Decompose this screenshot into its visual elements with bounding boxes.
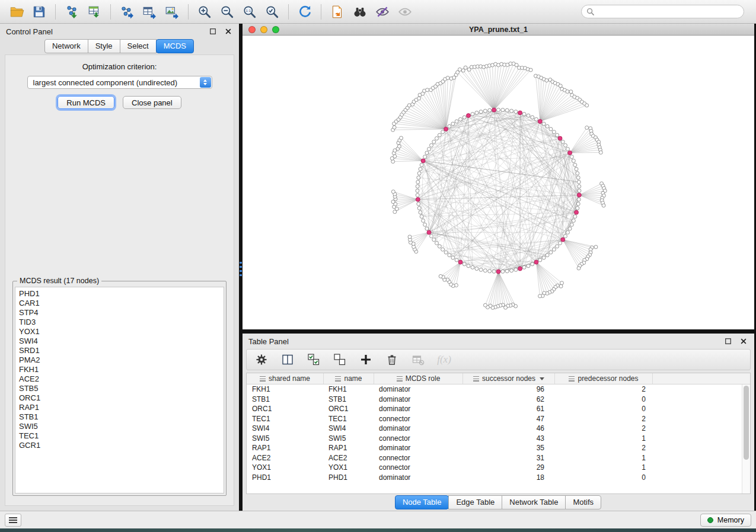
refresh-view-button[interactable]: [294, 2, 315, 21]
mcds-result-item[interactable]: YOX1: [19, 327, 220, 336]
tab-edge-table[interactable]: Edge Table: [448, 495, 502, 509]
scrollbar-thumb[interactable]: [744, 386, 749, 460]
mcds-result-item[interactable]: RAP1: [19, 403, 220, 412]
table-row[interactable]: YOX1YOX1connector291: [247, 463, 742, 473]
columns-icon: [281, 353, 294, 366]
control-panel-title: Control Panel: [6, 27, 53, 36]
delete-column-button[interactable]: [384, 352, 400, 367]
network-canvas[interactable]: [243, 36, 754, 329]
criterion-select[interactable]: largest connected component (undirected): [27, 76, 212, 89]
close-table-panel-button[interactable]: [739, 336, 748, 346]
mcds-result-item[interactable]: SWI5: [19, 422, 220, 431]
table-row[interactable]: RAP1RAP1dominator352: [247, 443, 742, 453]
mcds-result-item[interactable]: TID3: [19, 318, 220, 327]
tab-network-table[interactable]: Network Table: [502, 495, 566, 509]
column-label: shared name: [269, 374, 310, 383]
close-window-button[interactable]: [248, 26, 256, 33]
column-header-predecessor-nodes[interactable]: predecessor nodes: [555, 373, 653, 384]
column-header-name[interactable]: name: [324, 373, 374, 384]
mcds-result-item[interactable]: PHD1: [19, 289, 220, 299]
column-header-shared-name[interactable]: shared name: [247, 373, 324, 384]
toolbar-separator: [55, 4, 56, 20]
run-mcds-button[interactable]: Run MCDS: [58, 96, 114, 109]
cell-name: PHD1: [324, 473, 374, 482]
close-panel-button[interactable]: [224, 27, 233, 36]
export-network-button[interactable]: [116, 2, 138, 21]
memory-button[interactable]: Memory: [700, 514, 751, 527]
table-scrollbar[interactable]: [742, 384, 750, 493]
mcds-result-item[interactable]: TEC1: [19, 431, 220, 441]
float-table-panel-button[interactable]: [723, 336, 733, 346]
close-panel-action-button[interactable]: Close panel: [123, 96, 181, 109]
table-row[interactable]: SWI4SWI4dominator462: [247, 424, 742, 434]
tab-node-table[interactable]: Node Table: [395, 495, 449, 509]
maximize-window-button[interactable]: [272, 26, 279, 33]
tab-motifs[interactable]: Motifs: [565, 495, 601, 509]
zoom-out-button[interactable]: [216, 2, 238, 21]
show-all-button[interactable]: [394, 2, 416, 21]
tab-mcds[interactable]: MCDS: [156, 39, 194, 53]
tab-select[interactable]: Select: [120, 39, 157, 53]
column-sort-icon: [569, 376, 575, 382]
import-table-button[interactable]: [84, 2, 105, 21]
mcds-result-item[interactable]: STP4: [19, 308, 220, 318]
save-session-button[interactable]: [28, 2, 50, 21]
mcds-result-item[interactable]: SRD1: [19, 346, 220, 355]
table-settings-button[interactable]: [254, 352, 269, 367]
minimize-window-button[interactable]: [260, 26, 267, 33]
cell-successor-nodes: 96: [463, 385, 555, 393]
cell-name: FKH1: [324, 385, 374, 393]
table-row[interactable]: STB1STB1dominator620: [247, 395, 742, 405]
mcds-result-item[interactable]: FKH1: [19, 365, 220, 374]
column-label: successor nodes: [482, 374, 535, 383]
table-panel-header: Table Panel: [243, 334, 754, 349]
mcds-result-list[interactable]: PHD1CAR1STP4TID3YOX1SWI4SRD1PMA2FKH1ACE2…: [15, 287, 224, 493]
node-table: shared namenameMCDS rolesuccessor nodesp…: [246, 373, 751, 494]
mcds-result-item[interactable]: SWI4: [19, 336, 220, 346]
import-network-button[interactable]: [61, 2, 82, 21]
delete-table-icon: [412, 353, 425, 366]
mcds-result-item[interactable]: ORC1: [19, 393, 220, 403]
table-row[interactable]: ACE2ACE2connector311: [247, 453, 742, 463]
export-table-button[interactable]: [139, 2, 160, 21]
mcds-result-item[interactable]: CAR1: [19, 299, 220, 308]
status-menu-button[interactable]: [5, 514, 21, 527]
table-row[interactable]: ORC1ORC1dominator610: [247, 404, 742, 414]
binoculars-icon: [352, 5, 368, 19]
tab-style[interactable]: Style: [88, 39, 120, 53]
mcds-result-item[interactable]: ACE2: [19, 374, 220, 384]
show-columns-button[interactable]: [280, 352, 295, 367]
cell-shared-name: SWI5: [247, 434, 324, 443]
table-row[interactable]: FKH1FKH1dominator962: [247, 384, 742, 395]
tab-network[interactable]: Network: [44, 39, 88, 53]
float-panel-button[interactable]: [208, 27, 218, 36]
global-search[interactable]: [581, 5, 744, 18]
search-input[interactable]: [598, 5, 744, 18]
export-image-button[interactable]: [161, 2, 183, 21]
column-header-mcds-role[interactable]: MCDS role: [374, 373, 463, 384]
unselect-all-icon: [333, 353, 346, 366]
mcds-result-item[interactable]: GCR1: [19, 441, 220, 450]
mcds-result-item[interactable]: PMA2: [19, 355, 220, 365]
zoom-actual-size-button[interactable]: 1:1: [239, 2, 260, 21]
zoom-in-button[interactable]: [194, 2, 215, 21]
hide-selected-button[interactable]: [372, 2, 393, 21]
column-menu-arrow-icon[interactable]: [540, 377, 544, 380]
select-all-columns-button[interactable]: [306, 352, 321, 367]
search-network-button[interactable]: [349, 2, 371, 21]
table-row[interactable]: PHD1PHD1dominator180: [247, 473, 742, 483]
mcds-result-item[interactable]: STB5: [19, 384, 220, 393]
open-file-button[interactable]: [6, 2, 27, 21]
table-row[interactable]: SWI5SWI5connector431: [247, 434, 742, 444]
table-row[interactable]: TEC1TEC1connector472: [247, 414, 742, 424]
column-label: MCDS role: [406, 374, 441, 383]
share-document-button[interactable]: [327, 2, 348, 21]
float-window-icon: [725, 338, 732, 345]
create-column-button[interactable]: [358, 352, 374, 367]
cell-shared-name: STB1: [247, 395, 324, 403]
zoom-fit-content-button[interactable]: [261, 2, 283, 21]
unselect-all-columns-button[interactable]: [332, 352, 347, 367]
horizontal-splitter[interactable]: [243, 329, 754, 334]
mcds-result-item[interactable]: STB1: [19, 412, 220, 422]
column-header-successor-nodes[interactable]: successor nodes: [463, 373, 555, 384]
